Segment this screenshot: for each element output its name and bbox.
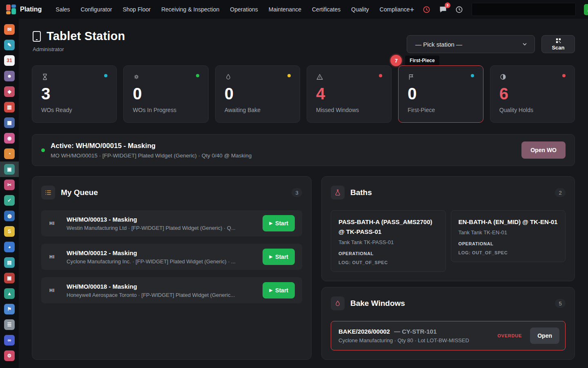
- sidebar-app-project[interactable]: ⚑: [0, 301, 19, 317]
- bake-subtitle: Cyclone Manufacturing · Qty 80 · Lot LOT…: [339, 337, 493, 343]
- sidebar-app-contacts[interactable]: ☻: [0, 68, 19, 84]
- sidebar-app-field-service[interactable]: ◉: [0, 130, 19, 146]
- sidebar-app-manufacturing[interactable]: ▣: [0, 270, 19, 286]
- tablet-icon: [32, 31, 42, 42]
- bake-count-badge: 5: [555, 299, 566, 308]
- links-app-icon: ∞: [4, 335, 15, 346]
- nav-item-shop-floor[interactable]: Shop Floor: [122, 6, 150, 13]
- nav-item-receiving[interactable]: Receiving & Inspection: [161, 6, 219, 13]
- sidebar-app-livechat[interactable]: ☰: [0, 317, 19, 332]
- sidebar-app-timesheets[interactable]: ▤: [0, 255, 19, 270]
- sidebar-app-quality-app[interactable]: ▲: [0, 286, 19, 301]
- stat-card-quality-holds[interactable]: 6 Quality Holds: [490, 65, 575, 123]
- bath-status: OPERATIONAL: [459, 241, 558, 246]
- stat-value: 0: [408, 85, 474, 102]
- topbar-search-input[interactable]: [472, 3, 576, 16]
- bath-card[interactable]: PASS-BATH-A (PASS_AMS2700) @ TK-PASS-01 …: [331, 210, 446, 272]
- play-icon: ▶: [269, 221, 272, 225]
- user-avatar[interactable]: A: [584, 4, 588, 15]
- queue-item[interactable]: HI WH/MO/00012 - Masking Cyclone Manufac…: [41, 244, 302, 270]
- sidebar-app-knowledge[interactable]: ✎: [0, 37, 19, 53]
- sidebar-app-inventory[interactable]: ◕: [0, 239, 19, 255]
- top-nav: Sales Configurator Shop Floor Receiving …: [56, 6, 410, 13]
- plating-logo-icon: [6, 4, 16, 15]
- chevron-down-icon: [521, 41, 528, 47]
- overdue-badge: OVERDUE: [497, 333, 522, 338]
- bake-open-button[interactable]: Open: [530, 328, 559, 344]
- queue-item[interactable]: HI WH/MO/00018 - Masking Honeywell Aeros…: [41, 277, 302, 303]
- stat-label: WOs Ready: [41, 107, 107, 113]
- bath-tank: Tank Tank TK-PASS-01: [339, 239, 438, 245]
- stat-card-wos-in-progress[interactable]: 0 WOs In Progress: [123, 65, 208, 123]
- stat-card-first-piece[interactable]: 7 First-Piece 0 First-Piece: [398, 65, 483, 123]
- page-subtitle: Administrator: [33, 46, 125, 52]
- app-brand[interactable]: Plating: [6, 4, 42, 15]
- warning-triangle-icon: [316, 73, 323, 81]
- stat-card-awaiting-bake[interactable]: 0 Awaiting Bake: [215, 65, 300, 123]
- maintenance-app-app-icon: ⚙: [4, 350, 15, 361]
- activity-clock-icon[interactable]: [423, 5, 431, 13]
- start-button[interactable]: ▶ Start: [263, 282, 295, 298]
- sidebar-app-dashboards[interactable]: ▦: [0, 115, 19, 130]
- sidebar-app-links[interactable]: ∞: [0, 332, 19, 348]
- sidebar-app-website[interactable]: ◍: [0, 208, 19, 224]
- nav-item-maintenance[interactable]: Maintenance: [269, 6, 301, 13]
- sidebar-app-repairs[interactable]: ✂: [0, 177, 19, 193]
- station-picker-select[interactable]: — Pick station —: [407, 35, 535, 53]
- stat-value: 3: [41, 85, 107, 102]
- stat-card-wos-ready[interactable]: 3 WOs Ready: [32, 65, 117, 123]
- stat-dot: [104, 74, 107, 77]
- app-name: Plating: [20, 6, 42, 13]
- sidebar-app-discuss[interactable]: ✉: [0, 22, 19, 37]
- bake-window-row[interactable]: BAKE/2026/00002 — CY-STR-101 Cyclone Man…: [331, 321, 566, 350]
- bath-log: LOG: OUT_OF_SPEC: [459, 250, 558, 255]
- baths-panel-title: Baths: [350, 188, 555, 197]
- nav-item-configurator[interactable]: Configurator: [80, 6, 112, 13]
- bath-status: OPERATIONAL: [339, 251, 438, 256]
- flask-icon: [331, 186, 345, 200]
- messages-icon[interactable]: 3: [439, 5, 447, 13]
- priority-badge: HI: [49, 288, 67, 293]
- page-header: Tablet Station Administrator — Pick stat…: [32, 29, 575, 53]
- sidebar-app-plating[interactable]: ▣: [0, 162, 19, 177]
- nav-item-compliance[interactable]: Compliance: [380, 6, 410, 13]
- sidebar-app-calendar[interactable]: 31: [0, 53, 19, 68]
- repairs-app-icon: ✂: [4, 180, 15, 190]
- scan-button[interactable]: Scan: [541, 35, 575, 53]
- open-wo-button[interactable]: Open WO: [521, 141, 566, 159]
- todo-app-icon: ✓: [4, 195, 15, 206]
- stat-card-missed-windows[interactable]: 4 Missed Windows: [307, 65, 392, 123]
- queue-item[interactable]: HI WH/MO/00013 - Masking Westin Manufact…: [41, 210, 302, 236]
- spreadsheet-app-icon: ◔: [4, 148, 15, 159]
- my-queue-panel: My Queue 3 HI WH/MO/00013 - Masking West…: [32, 176, 312, 360]
- queue-list: HI WH/MO/00013 - Masking Westin Manufact…: [41, 210, 302, 303]
- add-icon[interactable]: +: [410, 6, 414, 13]
- start-button[interactable]: ▶ Start: [263, 215, 295, 231]
- timesheets-app-icon: ▤: [4, 257, 15, 268]
- sidebar-app-sales[interactable]: ▥: [0, 99, 19, 115]
- inventory-app-icon: ◕: [4, 242, 15, 252]
- nav-item-certificates[interactable]: Certificates: [312, 6, 341, 13]
- droplet-icon: [225, 73, 232, 81]
- start-button[interactable]: ▶ Start: [263, 249, 295, 265]
- sidebar-app-spreadsheet[interactable]: ◔: [0, 146, 19, 162]
- sidebar-app-maintenance-app[interactable]: ⚙: [0, 348, 19, 364]
- play-icon: ▶: [269, 288, 272, 292]
- gears-icon: [133, 73, 140, 81]
- sidebar-app-crm[interactable]: ◆: [0, 84, 19, 99]
- nav-item-sales[interactable]: Sales: [56, 6, 70, 13]
- half-circle-icon: [499, 73, 507, 81]
- bath-card[interactable]: EN-BATH-A (EN_MID) @ TK-EN-01 Tank Tank …: [451, 210, 566, 262]
- stat-dot: [196, 74, 199, 77]
- sidebar-app-todo[interactable]: ✓: [0, 193, 19, 208]
- contacts-app-icon: ☻: [4, 71, 15, 81]
- sidebar-app-studio[interactable]: S: [0, 224, 19, 239]
- first-piece-tooltip: First-Piece: [405, 56, 439, 65]
- sidebar-apps: ✉✎31☻◆▥▦◉◔▣✂✓◍S◕▤▣▲⚑☰∞⚙: [0, 22, 19, 364]
- bake-droplet-icon: [331, 296, 345, 310]
- hourglass-icon: [41, 73, 49, 81]
- sales-app-icon: ▥: [4, 102, 15, 112]
- nav-item-quality[interactable]: Quality: [351, 6, 369, 13]
- nav-item-operations[interactable]: Operations: [230, 6, 258, 13]
- recent-clock-icon[interactable]: [455, 5, 463, 13]
